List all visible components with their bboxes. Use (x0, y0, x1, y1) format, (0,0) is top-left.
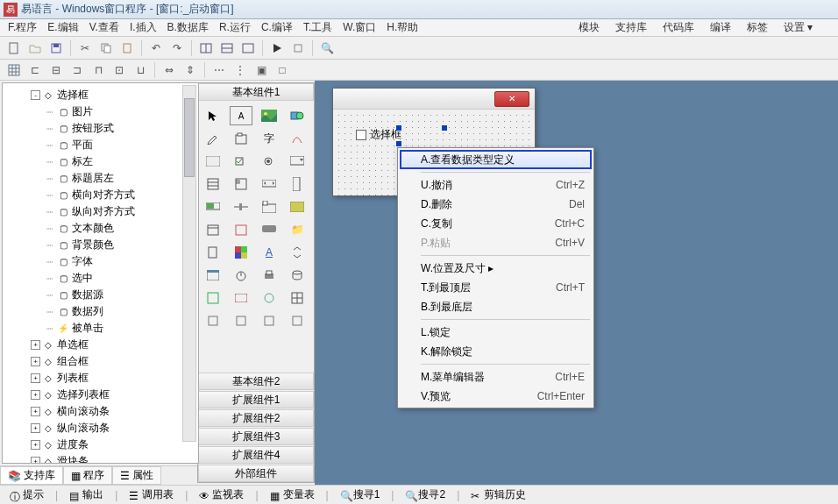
list-tool[interactable] (202, 174, 224, 194)
tofront-icon[interactable]: ▣ (252, 61, 270, 79)
print-tool[interactable] (258, 266, 281, 285)
align-bottom-icon[interactable]: ⊔ (131, 61, 149, 79)
link-tool[interactable]: A (258, 243, 281, 262)
menu-0[interactable]: F.程序 (5, 19, 39, 36)
tree-item[interactable]: ┈▢数据列 (4, 303, 196, 320)
hscroll-tool[interactable] (258, 174, 281, 194)
redo-icon[interactable]: ↷ (168, 39, 186, 57)
groupbox-tool[interactable] (230, 129, 252, 148)
timer-tool[interactable] (230, 266, 252, 285)
scrollbar-v[interactable] (182, 85, 196, 442)
tree-item[interactable]: ┈▢横向对齐方式 (4, 187, 196, 203)
comp-section-4[interactable]: 扩展组件4 (198, 446, 314, 464)
ctx-item-3[interactable]: D.删除Del (400, 195, 592, 214)
checkbox-control[interactable]: 选择框 (356, 127, 401, 142)
save-icon[interactable] (47, 39, 65, 57)
menu-r-4[interactable]: 标签 (744, 19, 771, 36)
layout1-icon[interactable] (197, 39, 215, 57)
bottom-tab-0[interactable]: ⓘ提示 (4, 485, 50, 504)
left-tab-0[interactable]: 📚支持库 (0, 466, 63, 485)
bottom-tab-6[interactable]: 🔍搜寻2 (399, 485, 451, 504)
spin-tool[interactable] (286, 243, 309, 262)
grid-tool[interactable] (286, 288, 309, 308)
tree-item[interactable]: +◇选择列表框 (4, 387, 196, 403)
comp-section-0[interactable]: 基本组件2 (198, 373, 314, 390)
find-icon[interactable]: 🔍 (318, 39, 336, 57)
slider-tool[interactable] (230, 197, 252, 217)
tree-expand-icon[interactable]: + (31, 407, 40, 416)
color-tool[interactable] (230, 243, 252, 262)
ext4-tool[interactable] (286, 311, 309, 330)
tree-expand-icon[interactable]: - (31, 90, 40, 100)
close-icon[interactable]: ✕ (494, 91, 529, 107)
comp-header-basic1[interactable]: 基本组件1 (198, 83, 314, 101)
same-height-icon[interactable]: ⇕ (181, 61, 199, 79)
copy-icon[interactable] (97, 39, 115, 57)
tree-item[interactable]: +◇组合框 (4, 353, 196, 370)
tree-item[interactable]: ┈▢按钮形式 (4, 120, 196, 137)
menu-r-0[interactable]: 模块 (576, 19, 602, 36)
dbgrid-tool[interactable] (202, 288, 224, 308)
tree-item[interactable]: ┈▢字体 (4, 253, 196, 270)
port-tool[interactable] (230, 288, 252, 308)
check-tool[interactable] (230, 152, 252, 171)
bottom-tab-2[interactable]: ☰调用表 (123, 485, 180, 504)
scroll-thumb[interactable] (184, 98, 195, 177)
draw-tool[interactable] (286, 129, 309, 148)
menu-r-3[interactable]: 编译 (707, 19, 734, 36)
shape-tool[interactable] (286, 106, 309, 125)
tree-item[interactable]: ┈▢标题居左 (4, 170, 196, 187)
ctx-item-7[interactable]: W.位置及尺寸 ▸ (400, 259, 592, 278)
tree-expand-icon[interactable]: + (31, 357, 40, 366)
ctx-item-4[interactable]: C.复制Ctrl+C (400, 214, 592, 233)
drive-tool[interactable] (258, 220, 281, 239)
selection-handle[interactable] (396, 141, 401, 146)
menu-3[interactable]: I.插入 (127, 19, 160, 36)
menu-r-5[interactable]: 设置 ▾ (781, 19, 815, 36)
bottom-tab-1[interactable]: ▤输出 (63, 485, 110, 504)
tree-item[interactable]: ┈▢背景颜色 (4, 237, 196, 253)
center-h-icon[interactable]: ⊟ (47, 61, 65, 79)
bottom-tab-3[interactable]: 👁监视表 (193, 485, 250, 504)
cut-icon[interactable]: ✂ (76, 39, 94, 57)
toback-icon[interactable]: □ (273, 61, 291, 79)
same-width-icon[interactable]: ⇔ (160, 61, 178, 79)
picture-tool[interactable] (258, 106, 281, 125)
label-tool[interactable]: A (230, 106, 252, 125)
stop-icon[interactable] (289, 39, 307, 57)
open-icon[interactable] (26, 39, 44, 57)
comp-section-5[interactable]: 外部组件 (198, 465, 314, 482)
chklist-tool[interactable] (230, 174, 252, 194)
date-tool[interactable] (202, 220, 224, 239)
db-tool[interactable] (286, 266, 309, 285)
tree-item[interactable]: +◇列表框 (4, 370, 196, 387)
run-icon[interactable] (268, 39, 286, 57)
bottom-tab-5[interactable]: 🔍搜寻1 (334, 485, 387, 504)
ext3-tool[interactable] (258, 311, 281, 330)
socket-tool[interactable] (258, 288, 281, 308)
menu-6[interactable]: C.编译 (259, 19, 295, 36)
comp-section-2[interactable]: 扩展组件2 (198, 409, 314, 427)
ctx-item-11[interactable]: L.锁定 (400, 323, 592, 342)
ext2-tool[interactable] (230, 311, 252, 330)
tree-item[interactable]: ┈▢标左 (4, 153, 196, 170)
menu-9[interactable]: H.帮助 (384, 19, 421, 36)
ctx-item-9[interactable]: B.到最底层 (400, 297, 592, 316)
tree-item[interactable]: -◇选择框 (4, 87, 196, 103)
layout2-icon[interactable] (218, 39, 236, 57)
tree-item[interactable]: ┈▢选中 (4, 270, 196, 287)
ctx-item-2[interactable]: U.撤消Ctrl+Z (400, 175, 592, 195)
space-h-icon[interactable]: ⋯ (210, 61, 228, 79)
button-tool[interactable] (202, 152, 224, 171)
menu-2[interactable]: V.查看 (87, 19, 122, 36)
ctx-item-12[interactable]: K.解除锁定 (400, 342, 592, 361)
tree-item[interactable]: ┈⚡被单击 (4, 320, 196, 337)
bottom-tab-7[interactable]: ✂剪辑历史 (465, 485, 532, 504)
bottom-tab-4[interactable]: ▦变量表 (264, 485, 321, 504)
grid-icon[interactable] (5, 61, 23, 79)
layout3-icon[interactable] (239, 39, 257, 57)
ext1-tool[interactable] (202, 311, 224, 330)
tree-item[interactable]: +◇滑块条 (4, 453, 196, 464)
align-left-icon[interactable]: ⊏ (26, 61, 44, 79)
ctx-item-0[interactable]: A.查看数据类型定义 (400, 150, 592, 169)
